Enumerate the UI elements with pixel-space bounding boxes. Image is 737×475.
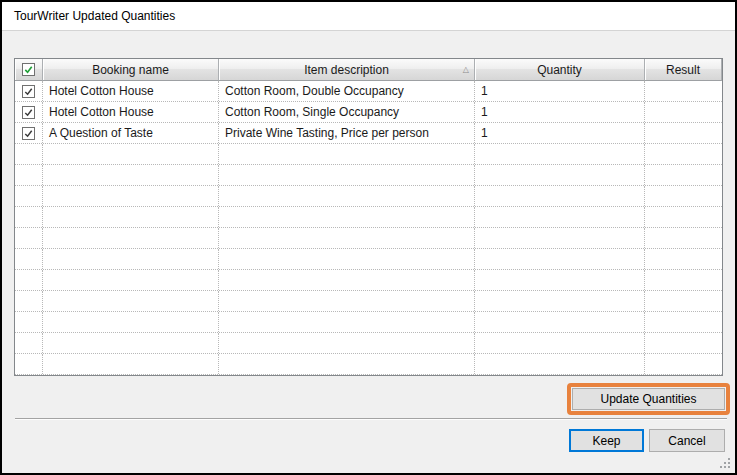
row-select-cell: [15, 270, 43, 290]
empty-table-row: [15, 249, 722, 270]
column-header-label: Item description: [304, 63, 389, 77]
cell-item-description: [219, 312, 475, 332]
empty-table-row: [15, 291, 722, 312]
row-select-cell: [15, 312, 43, 332]
cell-booking-name: [43, 207, 219, 227]
row-select-cell[interactable]: [15, 81, 43, 101]
row-select-cell[interactable]: [15, 123, 43, 143]
column-header-item-description[interactable]: Item description △: [219, 59, 475, 81]
dialog-title: TourWriter Updated Quantities: [14, 9, 175, 23]
cell-item-description: [219, 291, 475, 311]
empty-table-row: [15, 270, 722, 291]
cell-quantity: 1: [475, 81, 645, 101]
select-all-checkbox[interactable]: [22, 63, 35, 76]
empty-table-row: [15, 144, 722, 165]
cell-quantity: [475, 291, 645, 311]
cell-result: [645, 312, 722, 332]
select-all-header-cell[interactable]: [15, 59, 43, 81]
row-checkbox[interactable]: [22, 106, 35, 119]
cell-result: [645, 228, 722, 248]
row-select-cell[interactable]: [15, 102, 43, 122]
cell-quantity: 1: [475, 102, 645, 122]
cell-item-description: [219, 333, 475, 353]
keep-button[interactable]: Keep: [569, 429, 644, 452]
highlight-annotation: Update Quantities: [567, 383, 730, 415]
check-icon: [23, 64, 34, 75]
cell-result: [645, 270, 722, 290]
cell-quantity: [475, 207, 645, 227]
update-quantities-button[interactable]: Update Quantities: [572, 388, 725, 410]
column-header-label: Quantity: [537, 63, 582, 77]
resize-grip-icon[interactable]: [718, 456, 730, 468]
row-checkbox[interactable]: [22, 127, 35, 140]
cell-item-description: Cotton Room, Double Occupancy: [219, 81, 475, 101]
cell-booking-name: [43, 144, 219, 164]
cell-booking-name: [43, 333, 219, 353]
cell-item-description: [219, 186, 475, 206]
cell-item-description: [219, 207, 475, 227]
cell-item-description: [219, 228, 475, 248]
column-header-booking-name[interactable]: Booking name: [43, 59, 219, 81]
cell-result: [645, 144, 722, 164]
cell-result: [645, 354, 722, 374]
cell-result: [645, 123, 722, 143]
cell-booking-name: [43, 249, 219, 269]
table-row[interactable]: A Question of TastePrivate Wine Tasting,…: [15, 123, 722, 144]
cell-booking-name: A Question of Taste: [43, 123, 219, 143]
cell-booking-name: [43, 270, 219, 290]
cell-booking-name: [43, 354, 219, 374]
row-select-cell: [15, 165, 43, 185]
cell-quantity: [475, 186, 645, 206]
row-checkbox[interactable]: [22, 85, 35, 98]
empty-table-row: [15, 228, 722, 249]
cell-result: [645, 102, 722, 122]
row-select-cell: [15, 354, 43, 374]
cell-result: [645, 81, 722, 101]
cell-quantity: [475, 249, 645, 269]
cell-result: [645, 249, 722, 269]
cell-result: [645, 165, 722, 185]
cell-quantity: [475, 165, 645, 185]
row-select-cell: [15, 249, 43, 269]
quantities-grid: Booking name Item description △ Quantity…: [14, 58, 723, 376]
grid-body: Hotel Cotton HouseCotton Room, Double Oc…: [15, 81, 722, 375]
cell-booking-name: Hotel Cotton House: [43, 81, 219, 101]
footer-separator: [15, 418, 727, 420]
dialog-titlebar[interactable]: TourWriter Updated Quantities: [2, 2, 735, 31]
cell-item-description: [219, 270, 475, 290]
table-row[interactable]: Hotel Cotton HouseCotton Room, Double Oc…: [15, 81, 722, 102]
cell-result: [645, 333, 722, 353]
cell-quantity: 1: [475, 123, 645, 143]
cell-item-description: Cotton Room, Single Occupancy: [219, 102, 475, 122]
cell-item-description: [219, 165, 475, 185]
column-header-label: Booking name: [92, 63, 169, 77]
grid-header-row: Booking name Item description △ Quantity…: [15, 59, 722, 81]
empty-table-row: [15, 165, 722, 186]
row-select-cell: [15, 207, 43, 227]
sort-ascending-icon: △: [463, 65, 469, 73]
cell-booking-name: [43, 312, 219, 332]
row-select-cell: [15, 144, 43, 164]
cell-quantity: [475, 228, 645, 248]
empty-table-row: [15, 312, 722, 333]
column-header-result[interactable]: Result: [645, 59, 722, 81]
check-icon: [23, 107, 34, 118]
cell-item-description: [219, 249, 475, 269]
row-select-cell: [15, 333, 43, 353]
cell-quantity: [475, 312, 645, 332]
cell-booking-name: [43, 291, 219, 311]
cell-booking-name: Hotel Cotton House: [43, 102, 219, 122]
check-icon: [23, 86, 34, 97]
cancel-button[interactable]: Cancel: [649, 429, 725, 452]
cell-result: [645, 186, 722, 206]
empty-table-row: [15, 333, 722, 354]
cell-result: [645, 207, 722, 227]
column-header-quantity[interactable]: Quantity: [475, 59, 645, 81]
cell-item-description: [219, 354, 475, 374]
table-row[interactable]: Hotel Cotton HouseCotton Room, Single Oc…: [15, 102, 722, 123]
cell-quantity: [475, 354, 645, 374]
empty-table-row: [15, 207, 722, 228]
empty-table-row: [15, 354, 722, 375]
dialog-window: TourWriter Updated Quantities Booking na…: [0, 0, 737, 475]
check-icon: [23, 128, 34, 139]
